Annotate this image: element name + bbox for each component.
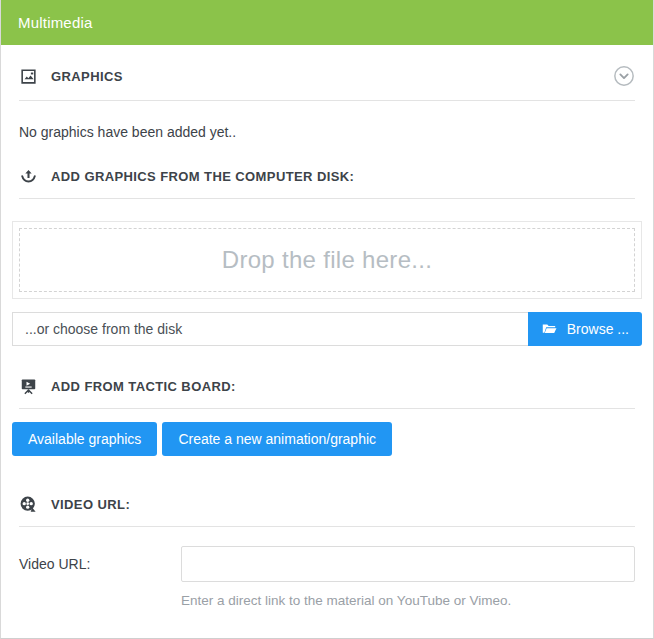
tactic-buttons-row: Available graphics Create a new animatio…	[12, 422, 642, 456]
multimedia-panel: Multimedia GRAPHICS No graphics have bee…	[0, 0, 654, 639]
graphics-empty-message: No graphics have been added yet..	[19, 124, 635, 140]
divider	[19, 198, 635, 199]
browse-button[interactable]: Browse ...	[528, 312, 642, 346]
video-url-field-column: Enter a direct link to the material on Y…	[181, 546, 635, 608]
panel-content: GRAPHICS No graphics have been added yet…	[1, 45, 653, 608]
video-url-input[interactable]	[181, 546, 635, 582]
video-url-help: Enter a direct link to the material on Y…	[181, 593, 635, 608]
browse-button-label: Browse ...	[567, 321, 629, 337]
video-url-header: VIDEO URL:	[19, 495, 635, 526]
folder-open-icon	[541, 321, 558, 338]
tactic-board-label: ADD FROM TACTIC BOARD:	[51, 379, 236, 394]
chevron-down-icon[interactable]	[613, 65, 635, 87]
dropzone-text: Drop the file here...	[222, 246, 432, 274]
divider	[19, 100, 635, 101]
video-url-section-label: VIDEO URL:	[51, 497, 130, 512]
divider	[19, 526, 635, 527]
graphics-title: GRAPHICS	[51, 69, 123, 84]
upload-icon	[19, 167, 38, 186]
available-graphics-button[interactable]: Available graphics	[12, 422, 157, 456]
panel-header: Multimedia	[0, 0, 654, 45]
image-icon	[19, 67, 38, 86]
file-dropzone-inner: Drop the file here...	[19, 228, 635, 292]
file-path-input[interactable]	[12, 312, 528, 346]
video-url-label: Video URL:	[19, 546, 181, 608]
divider	[19, 408, 635, 409]
add-from-disk-header: ADD GRAPHICS FROM THE COMPUTER DISK:	[19, 167, 635, 198]
graphics-section-header: GRAPHICS	[19, 45, 635, 100]
file-choose-row: Browse ...	[12, 312, 642, 346]
file-dropzone[interactable]: Drop the file here...	[12, 221, 642, 299]
create-animation-button[interactable]: Create a new animation/graphic	[162, 422, 392, 456]
film-reel-icon	[19, 495, 38, 514]
add-from-disk-label: ADD GRAPHICS FROM THE COMPUTER DISK:	[51, 169, 354, 184]
tactic-board-icon	[19, 377, 38, 396]
video-url-form-row: Video URL: Enter a direct link to the ma…	[19, 546, 635, 608]
panel-title: Multimedia	[18, 14, 93, 31]
tactic-board-header: ADD FROM TACTIC BOARD:	[19, 377, 635, 408]
